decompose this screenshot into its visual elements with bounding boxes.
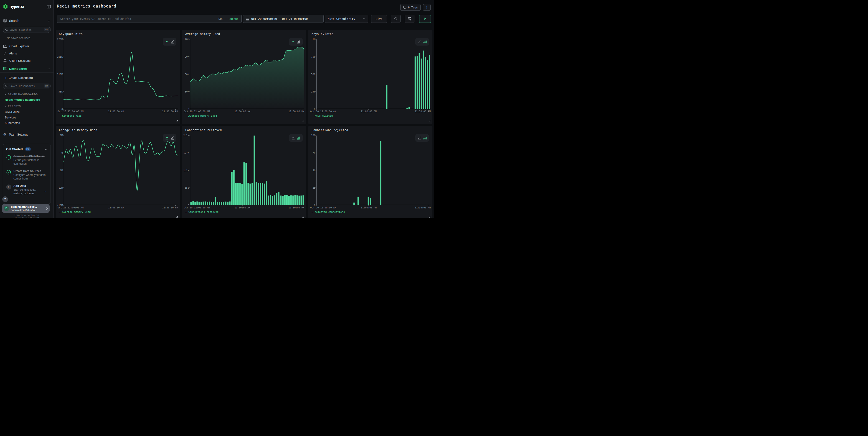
saved-dashboards-section-label[interactable]: SAVED DASHBOARDS xyxy=(0,93,54,96)
chart-explorer-icon xyxy=(3,45,7,48)
play-button[interactable] xyxy=(419,15,431,23)
presets-section-label[interactable]: PRESETS xyxy=(0,105,54,108)
legend[interactable]: —Keyspace hits xyxy=(59,114,82,117)
sidebar-item-clickhouse[interactable]: ClickHouse xyxy=(0,110,54,114)
plot-area xyxy=(64,136,178,205)
sidebar-item-client-sessions[interactable]: Client Sessions xyxy=(0,57,54,64)
legend[interactable]: —Average memory used xyxy=(59,210,91,213)
search-section-label: Search xyxy=(9,19,19,23)
legend[interactable]: —Average memory used xyxy=(185,114,217,117)
search-input[interactable] xyxy=(57,17,218,21)
legend[interactable]: —Keys evicted xyxy=(312,114,333,117)
granularity-select[interactable]: Auto Granularity xyxy=(325,15,368,23)
divider xyxy=(0,72,54,73)
chart-panel-keyspace-hits: Keyspace hits 220K165K110K55K0 Oct 20 12… xyxy=(56,30,180,124)
promo-text-line2: ClickHouse Cloud? xyxy=(0,216,54,218)
chart-panel-average-memory-used: Average memory used 120M90M60M30M0 Oct 2… xyxy=(182,30,306,124)
chart-panel-change-in-memory-used: Change in memory used 6M0-6M-12M-18M Oct… xyxy=(56,126,180,218)
chart-title: Connections recieved xyxy=(185,128,222,132)
bell-icon xyxy=(3,52,7,55)
legend-marker: — xyxy=(185,114,187,117)
live-button[interactable]: Live xyxy=(371,15,387,23)
resize-handle[interactable] xyxy=(429,120,430,121)
date-range-picker[interactable]: Oct 20 00:00:00 - Oct 21 00:00:00 xyxy=(243,15,323,23)
query-language-toggle[interactable]: SQL | Lucene xyxy=(218,17,242,21)
legend[interactable]: —rejected connections xyxy=(312,210,345,213)
legend-marker: — xyxy=(312,114,313,117)
filter-button[interactable] xyxy=(405,15,414,23)
x-axis-labels: Oct 20 12:00:00 AM11:00:00 AM11:30:00 PM xyxy=(184,110,304,113)
x-axis-labels: Oct 20 12:00:00 AM11:00:00 AM11:30:00 PM xyxy=(184,206,304,209)
x-axis-labels: Oct 20 12:00:00 AM11:00:00 AM11:30:00 PM xyxy=(58,110,178,113)
dashboards-icon xyxy=(3,67,7,70)
promo-text-line1: Ready to deploy on xyxy=(0,214,54,217)
resize-handle[interactable] xyxy=(429,216,430,217)
collapse-sidebar-icon[interactable] xyxy=(47,5,51,8)
plot-area xyxy=(316,39,431,109)
chart-title: Keys evicted xyxy=(312,32,333,35)
sidebar-item-dashboards[interactable]: Dashboards xyxy=(0,65,54,72)
chart-panel-keys-evicted: Keys evicted 1K7505002500 Oct 20 12:00:0… xyxy=(308,30,432,124)
refresh-button[interactable] xyxy=(391,15,401,23)
saved-searches-field[interactable] xyxy=(9,28,42,31)
lucene-toggle[interactable]: Lucene xyxy=(229,17,239,21)
legend-marker: — xyxy=(312,210,313,213)
chevron-up-icon[interactable] xyxy=(48,67,50,70)
saved-dashboards-field[interactable] xyxy=(9,85,42,88)
avatar: D xyxy=(4,206,9,211)
x-axis-labels: Oct 20 12:00:00 AM11:00:00 AM11:30:00 PM xyxy=(310,110,431,113)
chevron-up-icon[interactable] xyxy=(45,147,47,151)
legend-marker: — xyxy=(185,210,187,213)
step-number-badge: 3 xyxy=(6,184,11,190)
help-button[interactable]: ? xyxy=(2,196,8,202)
check-circle-icon xyxy=(6,154,11,166)
no-saved-searches-text: No saved searches xyxy=(7,36,30,40)
step-connect-clickhouse[interactable]: Connect to ClickHouse Set up your databa… xyxy=(6,154,47,166)
date-range-value: Oct 20 00:00:00 - Oct 21 00:00:00 xyxy=(251,17,308,21)
saved-searches-input[interactable]: ⌘K xyxy=(3,27,51,33)
sidebar-item-chart-explorer[interactable]: Chart Explorer xyxy=(0,43,54,49)
check-circle-icon xyxy=(6,169,11,181)
legend[interactable]: —Connections recieved xyxy=(185,210,218,213)
create-dashboard-button[interactable]: + Create Dashboard xyxy=(0,75,54,81)
resize-handle[interactable] xyxy=(176,216,178,217)
sidebar-item-alerts[interactable]: Alerts xyxy=(0,50,54,57)
search-icon xyxy=(5,85,8,87)
kebab-menu-button[interactable]: ⋮ xyxy=(423,4,431,11)
user-menu[interactable]: D dominic.tran@clic... dominic.tran@clic… xyxy=(2,204,50,213)
hyperdx-logo-icon xyxy=(3,4,8,9)
resize-handle[interactable] xyxy=(176,120,178,121)
chevron-down-icon xyxy=(363,18,365,20)
step-create-data-sources[interactable]: Create Data Sources Configure where your… xyxy=(6,169,47,181)
legend-marker: — xyxy=(59,210,61,213)
sidebar-item-redis-dashboard[interactable]: Redis metrics dashboard xyxy=(0,98,54,101)
step-add-data[interactable]: 3 Add Data Start sending logs, metrics, … xyxy=(6,184,47,196)
dashboards-label: Dashboards xyxy=(9,67,27,70)
y-axis-labels: 120M90M60M30M0 xyxy=(182,38,189,111)
arrow-right-icon: → xyxy=(43,188,47,193)
search-bar: SQL | Lucene xyxy=(57,15,242,23)
saved-dashboards-input[interactable]: ⌘K xyxy=(3,83,51,89)
sidebar-item-search[interactable]: Search xyxy=(0,18,54,24)
play-icon xyxy=(423,17,427,21)
calendar-icon xyxy=(246,17,249,21)
sidebar-item-services[interactable]: Services xyxy=(0,116,54,119)
y-axis-labels: 2.2K1.7K1.1K5500 xyxy=(182,134,189,207)
plot-area xyxy=(190,136,304,205)
resize-handle[interactable] xyxy=(303,216,304,217)
get-started-title: Get Started xyxy=(6,147,23,151)
filter-edit-icon xyxy=(408,17,411,21)
sidebar-item-team-settings[interactable]: ⚙ Team Settings xyxy=(0,131,54,138)
sql-toggle[interactable]: SQL xyxy=(218,17,223,21)
chevron-up-icon[interactable] xyxy=(48,19,50,23)
app-title: HyperDX xyxy=(9,5,24,9)
team-settings-label: Team Settings xyxy=(9,133,28,136)
refresh-icon xyxy=(394,17,398,21)
chart-panel-connections-recieved: Connections recieved 2.2K1.7K1.1K5500 Oc… xyxy=(182,126,306,218)
tags-button[interactable]: 0 Tags xyxy=(400,4,421,11)
shortcut-badge: ⌘K xyxy=(44,28,49,31)
search-icon xyxy=(5,28,8,31)
sidebar-item-kubernetes[interactable]: Kubernetes xyxy=(0,121,54,125)
resize-handle[interactable] xyxy=(303,120,304,121)
main-content: Redis metrics dashboard 0 Tags ⋮ SQL | L… xyxy=(54,0,434,218)
